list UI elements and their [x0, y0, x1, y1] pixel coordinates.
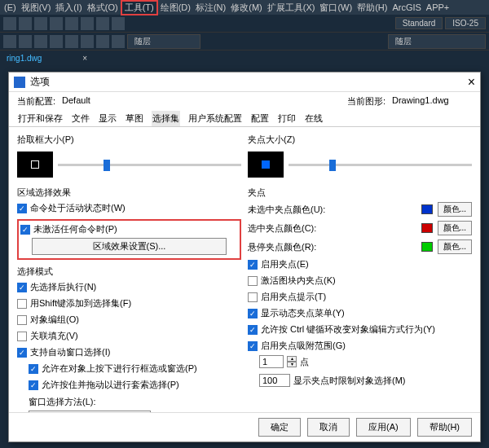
grip-slider[interactable]	[289, 164, 472, 166]
checkbox[interactable]: ✓	[248, 341, 258, 351]
tool-icon[interactable]	[81, 17, 94, 30]
right-column: 夹点大小(Z) 夹点 未选中夹点颜色(U):颜色... 选中夹点颜色(C):颜色…	[248, 132, 472, 407]
ok-button[interactable]: 确定	[258, 418, 301, 437]
dialog-tab[interactable]: 显示	[98, 111, 117, 126]
drawing-value: Drawing1.dwg	[392, 95, 465, 108]
color-button[interactable]: 颜色...	[438, 239, 472, 254]
layer-combo[interactable]: 随层	[127, 34, 200, 49]
opt-nocmd: 未激活任何命令时(P)	[33, 223, 117, 235]
spinner[interactable]: ▴▾	[287, 356, 297, 367]
region-settings-button[interactable]: 区域效果设置(S)...	[32, 238, 227, 255]
m1: 先选择后执行(N)	[30, 281, 96, 293]
tool-icon[interactable]	[19, 35, 32, 48]
close-icon[interactable]: ×	[468, 75, 475, 90]
m3: 对象编组(O)	[30, 314, 79, 326]
tool-icon[interactable]	[96, 17, 109, 30]
style-combo[interactable]: Standard	[395, 17, 443, 29]
menu-item[interactable]: 视图(V)	[19, 2, 54, 14]
dialog-buttons: 确定 取消 应用(A) 帮助(H)	[9, 412, 480, 441]
document-tab[interactable]: ring1.dwg ×	[0, 51, 489, 65]
dialog-tab[interactable]: 用户系统配置	[187, 111, 243, 126]
pts-input[interactable]: 1	[259, 355, 284, 368]
checkbox[interactable]: ✓	[17, 283, 27, 292]
tool-icon[interactable]	[34, 35, 47, 48]
menu-item[interactable]: 格式(O)	[85, 2, 121, 14]
checkbox[interactable]: ✓	[248, 260, 258, 270]
tool-icon[interactable]	[65, 35, 78, 48]
checkbox[interactable]: ✓	[20, 225, 30, 235]
toolbar-row1: Standard ISO-25	[0, 15, 489, 33]
g6: 启用夹点吸附范围(G)	[261, 340, 346, 352]
dialog-tab[interactable]: 打印	[277, 111, 297, 126]
apply-button[interactable]: 应用(A)	[356, 418, 411, 437]
toolbar-row2: 随层 随层	[0, 33, 489, 51]
color-swatch	[421, 242, 433, 252]
dialog-tab[interactable]: 选择集	[152, 111, 180, 126]
tool-icon[interactable]	[34, 17, 47, 30]
menu-item[interactable]: 修改(M)	[228, 2, 265, 14]
tool-icon[interactable]	[3, 35, 16, 48]
menu-item[interactable]: (E)	[2, 2, 19, 12]
menu-item[interactable]: 工具(T)	[121, 0, 158, 15]
color-button[interactable]: 颜色...	[438, 202, 472, 217]
checkbox[interactable]	[17, 315, 27, 325]
tool-icon[interactable]	[65, 17, 78, 30]
layer2-combo[interactable]: 随层	[388, 34, 486, 49]
checkbox[interactable]	[248, 276, 258, 286]
dialog-titlebar: 选项 ×	[9, 72, 480, 92]
tab-close-icon[interactable]: ×	[82, 54, 87, 63]
menu-item[interactable]: 帮助(H)	[355, 2, 390, 14]
left-column: 拾取框大小(P) 区域选择效果 ✓命令处于活动状态时(W) ✓未激活任何命令时(…	[17, 132, 241, 407]
tool-icon[interactable]	[81, 35, 94, 48]
c1-label: 未选中夹点颜色(U):	[248, 204, 416, 216]
menu-item[interactable]: 绘图(D)	[158, 2, 193, 14]
m7: 允许按住并拖动以进行套索选择(P)	[42, 379, 179, 391]
menu-item[interactable]: 窗口(W)	[317, 2, 355, 14]
tool-icon[interactable]	[112, 35, 125, 48]
grip-preview	[248, 152, 284, 178]
menu-item[interactable]: 标注(N)	[193, 2, 228, 14]
checkbox[interactable]	[17, 332, 27, 341]
app-icon	[14, 77, 25, 88]
tool-icon[interactable]	[50, 35, 63, 48]
checkbox[interactable]: ✓	[248, 325, 258, 335]
tool-icon[interactable]	[3, 17, 16, 30]
color-button[interactable]: 颜色...	[438, 221, 472, 235]
dialog-tab[interactable]: 文件	[71, 111, 90, 126]
griplim-input[interactable]: 100	[259, 374, 290, 387]
profile-label: 当前配置:	[17, 95, 55, 108]
checkbox[interactable]	[17, 299, 27, 309]
c2-label: 选中夹点颜色(C):	[248, 222, 416, 235]
dialog-tab[interactable]: 打开和保存	[17, 111, 64, 126]
winmode-label: 窗口选择方法(L):	[17, 396, 241, 408]
checkbox[interactable]: ✓	[17, 348, 27, 358]
pickbox-slider[interactable]	[58, 164, 241, 166]
tool-icon[interactable]	[112, 17, 125, 30]
menu-item[interactable]: ArcGIS	[390, 2, 423, 12]
g1: 启用夹点(E)	[261, 258, 309, 270]
menu-item[interactable]: 扩展工具(X)	[265, 2, 318, 14]
grip-title: 夹点	[248, 187, 472, 199]
menu-item[interactable]: 插入(I)	[53, 2, 84, 14]
help-button[interactable]: 帮助(H)	[417, 418, 472, 437]
tool-icon[interactable]	[19, 17, 32, 30]
iso-combo[interactable]: ISO-25	[445, 17, 486, 29]
checkbox[interactable]: ✓	[17, 204, 27, 213]
dialog-tab[interactable]: 配置	[250, 111, 270, 126]
tool-icon[interactable]	[50, 17, 63, 30]
drawing-label: 当前图形:	[347, 95, 385, 108]
dialog-tab[interactable]: 草图	[125, 111, 144, 126]
checkbox[interactable]: ✓	[29, 364, 38, 374]
tool-icon[interactable]	[96, 35, 109, 48]
checkbox[interactable]: ✓	[248, 309, 258, 318]
m4: 关联填充(V)	[30, 330, 78, 342]
m5: 支持自动窗口选择(I)	[30, 346, 110, 358]
color-swatch	[421, 223, 433, 233]
menu-item[interactable]: APP+	[424, 2, 452, 12]
m2: 用Shift键添加到选择集(F)	[30, 297, 131, 310]
checkbox[interactable]: ✓	[29, 380, 38, 390]
checkbox[interactable]	[248, 292, 258, 302]
dialog-tab[interactable]: 在线	[304, 111, 324, 126]
cancel-button[interactable]: 取消	[307, 418, 350, 437]
region-title: 区域选择效果	[17, 187, 241, 199]
